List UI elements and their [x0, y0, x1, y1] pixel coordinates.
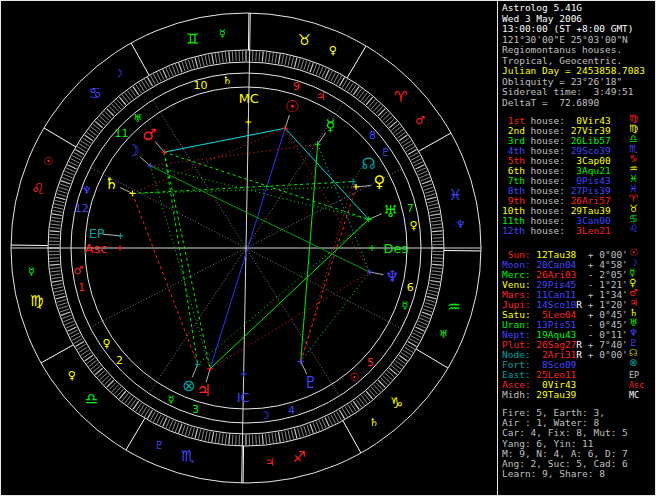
degree-tick [278, 54, 280, 64]
degree-tick [266, 52, 267, 62]
header-line: Wed 3 May 2006 [502, 14, 582, 24]
degree-tick [428, 290, 438, 292]
panel-divider [497, 0, 498, 496]
planet-glyph-neptune: ♆ [385, 267, 399, 286]
planet-glyph-mars: ♂ [142, 125, 156, 144]
planet-glyph-uranus: ♅ [383, 202, 397, 221]
degree-tick [430, 280, 440, 282]
degree-tick [301, 60, 304, 70]
sign-boundary-line [416, 349, 448, 368]
header-text: Regiomontanus houses. [502, 45, 622, 55]
sign-boundary-line [44, 128, 76, 147]
degree-tick [61, 181, 70, 184]
aspect-trine-mars-fortune [164, 152, 197, 364]
pointer-line-saturn [120, 187, 133, 193]
degree-tick [272, 433, 273, 443]
degree-tick [51, 221, 61, 222]
degree-tick [432, 264, 442, 265]
zodiac-sign-pisces: ♓ [449, 186, 462, 204]
degree-tick [225, 434, 226, 444]
summary-line: Learn: 9, Share: 8 [502, 469, 605, 479]
degree-tick [67, 165, 76, 169]
zodiac-sign-aquarius: ♒ [447, 298, 460, 316]
header-line: Tropical, Geocentric. [502, 56, 622, 66]
degree-tick [179, 63, 182, 72]
degree-tick [256, 435, 257, 445]
degree-tick [269, 434, 270, 444]
degree-tick [325, 69, 329, 78]
degree-tick [432, 268, 442, 269]
degree-tick [310, 424, 313, 433]
aspect-trine-moon-jupiter [150, 166, 210, 369]
degree-tick [57, 194, 67, 197]
degree-tick [319, 67, 323, 76]
angle-label-ic: IC [237, 390, 250, 405]
degree-tick [166, 419, 170, 428]
header-line: Astrolog 5.41G [502, 3, 582, 13]
degree-tick [285, 55, 287, 65]
degree-tick [208, 55, 210, 65]
degree-tick [423, 184, 432, 187]
degree-tick [195, 429, 198, 439]
house-number-10: 10 [194, 79, 208, 92]
degree-tick [431, 277, 441, 279]
sign-ruler-glyph: ☿ [28, 265, 35, 278]
house-ruler-glyph: ♅ [133, 112, 143, 125]
degree-tick [205, 431, 207, 441]
degree-tick [431, 221, 441, 222]
zodiac-sign-sagittarius: ♐ [293, 448, 306, 466]
degree-tick [433, 261, 443, 262]
object-label: Midh: [502, 390, 531, 400]
zodiac-sign-virgo: ♍ [30, 292, 43, 310]
degree-tick [275, 433, 277, 443]
degree-tick [202, 430, 204, 440]
zodiac-sign-scorpio: ♏ [181, 447, 195, 465]
degree-tick [413, 333, 422, 338]
degree-tick [72, 336, 81, 341]
degree-tick [215, 53, 217, 63]
aspect-square-sun-neptune [285, 128, 370, 272]
zodiac-sign-libra: ♎ [85, 390, 98, 408]
degree-tick [65, 171, 74, 175]
degree-tick [313, 64, 317, 73]
house-ruler-glyph: ♀ [410, 219, 418, 232]
degree-tick [432, 227, 442, 228]
degree-tick [423, 309, 432, 312]
degree-tick [427, 197, 437, 200]
degree-tick [60, 309, 69, 312]
aspect-square-moon-mercury [150, 144, 317, 166]
degree-tick [205, 55, 207, 65]
degree-tick [316, 65, 320, 74]
zodiac-sign-taurus: ♉ [298, 31, 311, 49]
degree-tick [432, 271, 442, 272]
header-text: 13:00:00 (ST +8:00 GMT) [502, 24, 634, 34]
object-row: Midh:29Tau39 MC [502, 390, 588, 400]
degree-tick [198, 429, 200, 439]
degree-tick [304, 426, 307, 436]
degree-tick [160, 71, 164, 80]
pointer-line-sun [285, 115, 289, 128]
house-number-5: 5 [367, 356, 374, 369]
degree-tick [432, 231, 442, 232]
header-line: 13:00:00 (ST +8:00 GMT) [502, 24, 634, 34]
header-line: Regiomontanus houses. [502, 45, 622, 55]
degree-tick [58, 303, 68, 306]
degree-tick [157, 72, 162, 81]
degree-tick [172, 421, 176, 430]
degree-tick [182, 425, 185, 434]
astrolog-window: ♈♂♉♀♊☿♋☽♌☉♍☿♎♀♏♇♐♃♑♄♒♅♓♆1♂2♀3☿4☽5☉6☿7♀8♇… [0, 0, 656, 496]
degree-tick [419, 174, 428, 178]
degree-tick [166, 68, 170, 77]
house-number-2: 2 [116, 354, 123, 367]
degree-tick [51, 277, 61, 279]
degree-tick [59, 187, 69, 190]
zodiac-sign-leo: ♌ [31, 180, 44, 198]
angle-label-mc: MC [239, 91, 259, 106]
degree-tick [49, 238, 59, 239]
degree-tick [413, 159, 422, 164]
degree-tick [54, 290, 64, 292]
degree-tick [421, 315, 430, 319]
degree-tick [288, 430, 290, 440]
sign-ruler-glyph: ♄ [369, 416, 379, 429]
header-text: 121°30'00"E 25°03'00"N [502, 35, 628, 45]
